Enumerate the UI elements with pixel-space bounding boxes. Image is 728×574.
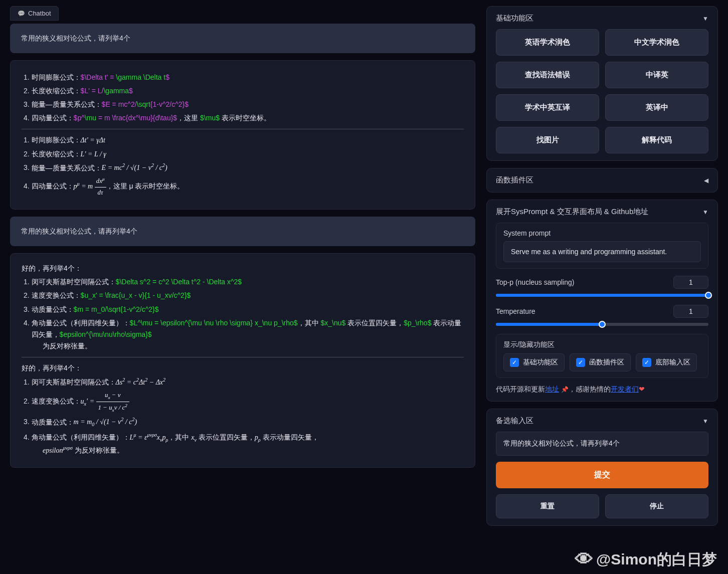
toggle-2[interactable]: ✓底部输入区 [636,353,697,371]
reset-button[interactable]: 重置 [496,494,599,518]
function-button-0[interactable]: 英语学术润色 [496,29,599,56]
toggle-0[interactable]: ✓基础功能区 [503,353,565,371]
heart-icon: ❤ [639,385,645,393]
checkbox-icon: ✓ [642,358,651,367]
panel-title: 备选输入区 [496,416,533,426]
topp-slider[interactable] [496,294,708,297]
sysprompt-panel: 展开SysPrompt & 交互界面布局 & Github地址 ▼ System… [486,200,718,402]
function-button-1[interactable]: 中文学术润色 [605,29,708,56]
function-button-5[interactable]: 英译中 [605,94,708,121]
alt-input-panel: 备选输入区 ▼ 常用的狭义相对论公式，请再列举4个 提交 重置 停止 [486,409,718,526]
devs-link[interactable]: 开发者们 [611,385,639,393]
checkbox-icon: ✓ [576,358,585,367]
alt-input-field[interactable]: 常用的狭义相对论公式，请再列举4个 [496,432,708,456]
function-button-4[interactable]: 学术中英互译 [496,94,599,121]
source-link[interactable]: 地址 [545,385,559,393]
submit-button[interactable]: 提交 [496,462,708,488]
function-button-6[interactable]: 找图片 [496,127,599,153]
pin-icon: 📌 [561,386,569,393]
panel-title: 基础功能区 [496,14,533,23]
user-message: 常用的狭义相对论公式，请列举4个 [10,24,475,53]
basic-functions-panel: 基础功能区 ▼ 英语学术润色中文学术润色查找语法错误中译英学术中英互译英译中找图… [486,6,718,161]
tab-bar: 💬 Chatbot [10,6,478,21]
checkbox-icon: ✓ [510,358,519,367]
temperature-label: Temperature [496,307,535,315]
function-button-3[interactable]: 中译英 [605,62,708,88]
function-button-2[interactable]: 查找语法错误 [496,62,599,88]
temperature-slider[interactable] [496,323,708,326]
toggle-1[interactable]: ✓函数插件区 [570,353,631,371]
topp-label: Top-p (nucleus sampling) [496,278,574,286]
formula-list-rendered: 时间膨胀公式：Δt′ = γΔt 长度收缩公式：L′ = L / γ 能量—质量… [22,134,464,198]
assistant-message: 好的，再列举4个： 闵可夫斯基时空间隔公式：$\Delta s^2 = c^2 … [10,253,475,467]
chevron-down-icon[interactable]: ▼ [702,15,708,22]
chevron-down-icon[interactable]: ▼ [702,418,708,425]
credits-line: 代码开源和更新地址 📌，感谢热情的开发者们❤ [496,385,708,394]
tab-label: Chatbot [28,10,51,17]
tab-chatbot[interactable]: 💬 Chatbot [10,6,59,21]
chevron-down-icon[interactable]: ▼ [702,209,708,216]
function-button-7[interactable]: 解释代码 [605,127,708,153]
plugin-panel: 函数插件区 ◀ [486,168,718,193]
chat-area: 常用的狭义相对论公式，请列举4个 时间膨胀公式：$\Delta t' = \ga… [10,24,478,568]
formula-list-raw: 闵可夫斯基时空间隔公式：$\Delta s^2 = c^2 \Delta t^2… [22,276,464,352]
user-message: 常用的狭义相对论公式，请再列举4个 [10,217,475,246]
chat-icon: 💬 [18,10,25,17]
toggle-section-label: 显示/隐藏功能区 [503,340,701,349]
stop-button[interactable]: 停止 [605,494,708,518]
temperature-value[interactable]: 1 [673,305,708,318]
panel-title: 函数插件区 [496,175,533,185]
system-prompt-label: System prompt [503,229,701,237]
system-prompt-input[interactable]: Serve me as a writing and programming as… [503,241,701,262]
assistant-message: 时间膨胀公式：$\Delta t' = \gamma \Delta t$ 长度收… [10,60,475,210]
formula-list-raw: 时间膨胀公式：$\Delta t' = \gamma \Delta t$ 长度收… [22,72,464,124]
panel-title: 展开SysPrompt & 交互界面布局 & Github地址 [496,207,648,217]
topp-value[interactable]: 1 [673,276,708,289]
formula-list-rendered: 闵可夫斯基时空间隔公式：Δs2 = c2Δt2 − Δx2 速度变换公式：ux′… [22,376,464,456]
chevron-left-icon[interactable]: ◀ [704,177,708,184]
